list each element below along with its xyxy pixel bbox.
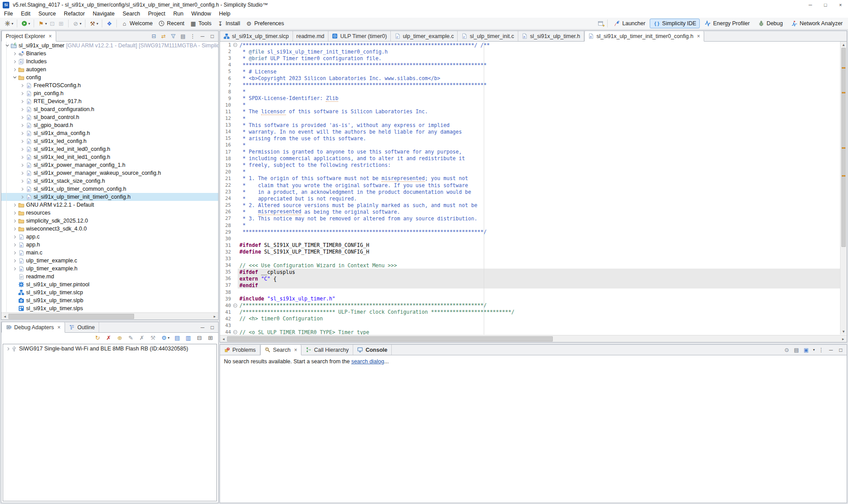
expander-icon[interactable] (12, 236, 18, 238)
scroll-down-icon[interactable]: ▼ (840, 328, 847, 335)
table-view-button[interactable]: ▤ (173, 334, 181, 342)
tree-item-ulp-timer-example-c[interactable]: culp_timer_example.c (1, 257, 218, 265)
refresh-button[interactable]: ↻ (93, 334, 102, 342)
annotation-mark[interactable] (842, 147, 845, 149)
menu-search[interactable]: Search (119, 11, 144, 17)
tab-sl-si91x-ulp-timer-init-timer0-config-h[interactable]: hsl_si91x_ulp_timer_init_timer0_config.h… (584, 31, 704, 42)
open-perspective-button[interactable] (597, 19, 606, 27)
maximize-button[interactable]: □ (818, 0, 833, 10)
expander-icon[interactable] (19, 148, 25, 150)
tools-button[interactable]: ▦Tools (187, 19, 214, 28)
expander-icon[interactable] (19, 156, 25, 158)
tab-debug-adapters[interactable]: Debug Adapters× (1, 322, 65, 333)
tree-item-main-c[interactable]: cmain.c (1, 249, 218, 257)
filter-icon[interactable] (170, 33, 177, 39)
close-icon[interactable]: × (697, 33, 700, 39)
scroll-thumb[interactable] (8, 314, 134, 319)
scroll-right-icon[interactable]: ▸ (211, 313, 218, 320)
annotation-mark[interactable] (842, 92, 845, 93)
tab-problems[interactable]: Problems (220, 345, 260, 355)
tree-item-sl-si91x-ulp-timer-pintool[interactable]: sl_si91x_ulp_timer.pintool (1, 281, 218, 289)
annotation-mark[interactable] (842, 67, 845, 69)
expander-icon[interactable] (12, 212, 18, 214)
menu-file[interactable]: File (0, 11, 17, 17)
collapse-button[interactable]: ⊟ (195, 334, 204, 342)
expand-button[interactable]: ⊞ (206, 334, 215, 342)
dropdown-caret-icon[interactable]: ▾ (168, 336, 170, 340)
tab-search[interactable]: Search× (260, 345, 302, 355)
menu-edit[interactable]: Edit (17, 11, 35, 17)
tab-sl-ulp-timer-init-c[interactable]: csl_ulp_timer_init.c (458, 31, 518, 41)
code-editor[interactable]: 1−/*************************************… (220, 42, 840, 335)
expander-icon[interactable] (19, 132, 25, 135)
minimize-icon[interactable]: ─ (199, 33, 206, 39)
tree-item-freertosconfig-h[interactable]: hFreeRTOSConfig.h (1, 81, 218, 89)
view-menu-icon[interactable]: ⋮ (818, 346, 825, 353)
perspective-energy-profiler[interactable]: Energy Profiler (701, 19, 753, 28)
editor-vscrollbar[interactable]: ▲ ▼ (840, 42, 847, 335)
fold-marker-icon[interactable]: − (232, 304, 238, 308)
disconnect-button[interactable]: ✗ (104, 334, 113, 342)
minimize-icon[interactable]: ─ (199, 324, 206, 331)
tab-sl-si91x-ulp-timer-h[interactable]: hsl_si91x_ulp_timer.h (518, 31, 584, 41)
expander-icon[interactable] (19, 85, 25, 87)
expander-icon[interactable] (12, 53, 18, 55)
tree-item-sl-si91x-power-manager-wakeup-source-config-h[interactable]: hsl_si91x_power_manager_wakeup_source_co… (1, 169, 218, 177)
menu-source[interactable]: Source (35, 11, 60, 17)
attach-button[interactable]: ❖ (105, 19, 114, 27)
scroll-left-icon[interactable]: ◂ (1, 313, 8, 320)
expander-icon[interactable] (19, 172, 25, 174)
expander-icon[interactable] (12, 260, 18, 262)
minimize-icon[interactable]: ─ (828, 346, 834, 353)
expander-icon[interactable] (12, 252, 18, 254)
link-editor-icon[interactable]: ⇄ (160, 33, 167, 39)
scroll-up-icon[interactable]: ▲ (840, 42, 847, 48)
tree-item-sl-si91x-ulp-timer-slcp[interactable]: sl_si91x_ulp_timer.slcp (1, 289, 218, 296)
tree-item-sl-si91x-stack-size-config-h[interactable]: hsl_si91x_stack_size_config.h (1, 177, 218, 185)
tab-call-hierarchy[interactable]: Call Hierarchy (301, 345, 353, 355)
expander-icon[interactable] (19, 196, 25, 198)
tree-item-simplicity-sdk-2025-12-0[interactable]: simplicity_sdk_2025.12.0 (1, 217, 218, 225)
tree-item-sl-gpio-board-h[interactable]: hsl_gpio_board.h (1, 121, 218, 129)
perspective-network-analyzer[interactable]: Network Analyzer (787, 19, 846, 28)
view-menu-icon[interactable]: ⋮ (189, 33, 196, 39)
tab-project-explorer[interactable]: Project Explorer × (1, 31, 56, 42)
close-icon[interactable]: × (294, 347, 297, 353)
menu-help[interactable]: Help (215, 11, 235, 17)
expander-icon[interactable] (19, 124, 25, 127)
tree-item-pin-config-h[interactable]: hpin_config.h (1, 89, 218, 97)
annotation-mark[interactable] (842, 175, 845, 177)
menu-run[interactable]: Run (169, 11, 187, 17)
pin-console-icon[interactable]: ⊙ (783, 346, 790, 353)
tree-item-resources[interactable]: resources (1, 209, 218, 217)
terminate-button[interactable]: ⊘▾ (71, 19, 82, 27)
tree-item-includes[interactable]: hIncludes (1, 58, 218, 65)
dropdown-caret-icon[interactable]: ▾ (12, 22, 13, 26)
tree-item-sl-si91x-ulp-timer[interactable]: Csl_si91x_ulp_timer [GNU ARM v12.2.1 - D… (1, 42, 218, 50)
tree-item-autogen[interactable]: autogen (1, 65, 218, 73)
minimize-button[interactable]: ─ (803, 0, 818, 10)
perspective-debug[interactable]: Debug (754, 19, 786, 28)
tab-outline[interactable]: Outline (65, 322, 100, 332)
search-dialog-link[interactable]: search dialog (351, 358, 384, 365)
tree-item-sl-si91x-dma-config-h[interactable]: hsl_si91x_dma_config.h (1, 129, 218, 137)
tab-sl-si91x-ulp-timer-slcp[interactable]: sl_si91x_ulp_timer.slcp (220, 31, 293, 41)
tab-ulp-timer-timer0-[interactable]: ULP Timer (timer0) (328, 31, 391, 41)
maximize-icon[interactable]: □ (837, 346, 844, 353)
install-button[interactable]: ↧Install (214, 19, 243, 28)
close-icon[interactable]: × (49, 33, 52, 39)
rename-button[interactable]: ✎ (127, 334, 135, 342)
expander-icon[interactable] (5, 348, 11, 350)
tab-ulp-timer-example-c[interactable]: culp_timer_example.c (391, 31, 458, 41)
fold-marker-icon[interactable]: − (232, 43, 238, 47)
save-all-button[interactable]: ⊞ (57, 19, 66, 27)
expander-icon[interactable] (12, 69, 18, 71)
fold-marker-icon[interactable]: − (232, 330, 238, 334)
expander-icon[interactable] (4, 45, 10, 46)
tree-item-wiseconnect3-sdk-4-0-0[interactable]: wiseconnect3_sdk_4.0.0 (1, 225, 218, 233)
adapter-gear-button[interactable]: ⚙▾ (160, 334, 170, 342)
display-console-icon[interactable]: ▤ (793, 346, 800, 353)
new-group-button[interactable]: ⊕ (116, 334, 124, 342)
expander-icon[interactable] (19, 188, 25, 190)
dropdown-caret-icon[interactable]: ▾ (80, 22, 81, 26)
